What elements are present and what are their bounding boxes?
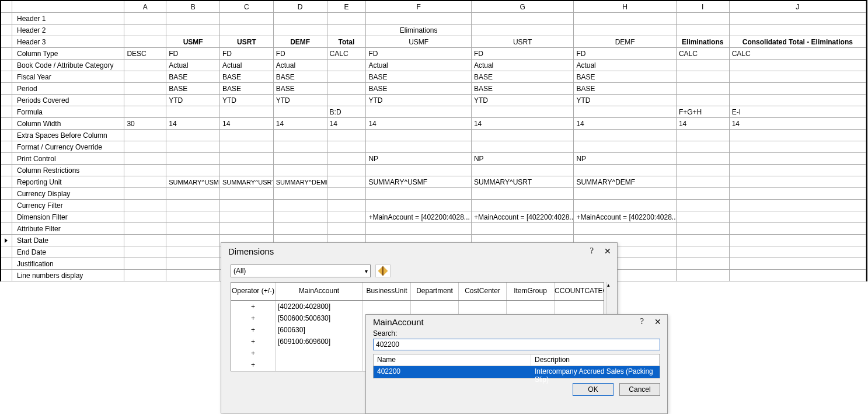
cell[interactable]: YTD	[220, 95, 274, 106]
cell[interactable]	[574, 200, 677, 211]
cell[interactable]: BASE	[472, 83, 574, 94]
cell[interactable]	[327, 165, 367, 176]
cell[interactable]	[677, 83, 730, 94]
cell[interactable]	[327, 71, 367, 82]
cell[interactable]	[166, 25, 220, 36]
row-header2[interactable]: Header 2 Eliminations	[1, 25, 866, 36]
cell[interactable]	[327, 13, 367, 24]
cell[interactable]	[366, 13, 472, 24]
cell[interactable]	[274, 165, 327, 176]
cell[interactable]	[166, 246, 220, 258]
cell[interactable]: 14	[327, 118, 367, 129]
cell[interactable]: NP	[574, 153, 677, 164]
cell[interactable]	[166, 211, 220, 222]
cell[interactable]	[677, 176, 730, 187]
cell[interactable]: Actual	[574, 60, 677, 71]
cell[interactable]: E-I	[730, 106, 866, 117]
cell[interactable]	[124, 95, 166, 106]
col-description[interactable]: Description	[531, 354, 660, 366]
cell[interactable]	[124, 130, 166, 141]
cell[interactable]	[124, 211, 166, 222]
cell[interactable]	[677, 223, 730, 234]
cell[interactable]	[730, 200, 866, 211]
cell[interactable]	[677, 130, 730, 141]
cell[interactable]	[220, 165, 274, 176]
cell[interactable]: SUMMARY^USMF	[366, 176, 472, 187]
cell[interactable]	[274, 200, 327, 211]
col-header-d[interactable]: D	[274, 1, 327, 12]
cell-ma[interactable]	[276, 359, 363, 371]
cell-ma[interactable]: [609100:609600]	[276, 336, 363, 347]
cell[interactable]	[124, 165, 166, 176]
col-itemgroup[interactable]: ItemGroup	[507, 283, 555, 300]
cell[interactable]	[124, 270, 166, 281]
cell[interactable]: BASE	[574, 71, 677, 82]
cell[interactable]: BASE	[274, 83, 327, 94]
cell[interactable]: BASE	[274, 71, 327, 82]
cell[interactable]	[411, 301, 459, 312]
cell[interactable]	[274, 130, 327, 141]
col-header-f[interactable]: F	[366, 1, 472, 12]
cell[interactable]	[730, 188, 866, 199]
cell[interactable]	[327, 83, 367, 94]
cell[interactable]: YTD	[166, 95, 220, 106]
cell[interactable]	[730, 60, 866, 71]
cell[interactable]	[166, 141, 220, 152]
cell[interactable]: F+G+H	[677, 106, 730, 117]
cell[interactable]	[327, 141, 367, 152]
cell-op[interactable]: +	[231, 347, 276, 359]
cell[interactable]	[730, 141, 866, 152]
col-header-a[interactable]: A	[124, 1, 166, 12]
cell[interactable]	[366, 165, 472, 176]
cell[interactable]: DEMF	[274, 36, 327, 47]
cell[interactable]	[472, 13, 574, 24]
row-header3[interactable]: Header 3 USMF USRT DEMF Total USMF USRT …	[1, 36, 866, 48]
cell[interactable]	[327, 200, 367, 211]
col-header-c[interactable]: C	[220, 1, 274, 12]
search-input[interactable]	[373, 339, 660, 350]
cell[interactable]: 14	[574, 118, 677, 129]
cell[interactable]: 14	[366, 118, 472, 129]
cell[interactable]	[220, 106, 274, 117]
cell[interactable]	[124, 235, 166, 246]
cell-ma[interactable]: [600630]	[276, 324, 363, 336]
col-header-e[interactable]: E	[327, 1, 367, 12]
cell[interactable]: 30	[124, 118, 166, 129]
cell[interactable]	[472, 141, 574, 152]
cell[interactable]	[327, 223, 367, 234]
cell[interactable]: Actual	[366, 60, 472, 71]
cell[interactable]: NP	[366, 153, 472, 164]
cell[interactable]: DESC	[124, 48, 166, 59]
cell[interactable]	[472, 25, 574, 36]
cell[interactable]	[574, 13, 677, 24]
cell[interactable]	[327, 25, 367, 36]
cell-op[interactable]: +	[231, 312, 276, 324]
cell[interactable]	[574, 188, 677, 199]
col-name[interactable]: Name	[374, 354, 531, 366]
cell[interactable]	[166, 258, 220, 269]
cell[interactable]	[677, 95, 730, 106]
col-operator[interactable]: Operator (+/-)	[231, 283, 276, 300]
cell[interactable]	[574, 223, 677, 234]
cell[interactable]	[124, 25, 166, 36]
cell[interactable]	[166, 235, 220, 246]
scroll-up-icon[interactable]: ▴	[607, 282, 610, 288]
cell[interactable]	[677, 188, 730, 199]
cell[interactable]: YTD	[472, 95, 574, 106]
col-accountcategory[interactable]: ACCOUNTCATEG	[555, 283, 604, 300]
cell[interactable]: FD	[166, 48, 220, 59]
cell[interactable]	[327, 95, 367, 106]
cell[interactable]	[166, 188, 220, 199]
cell[interactable]: Eliminations	[366, 25, 472, 36]
cell[interactable]	[574, 165, 677, 176]
col-costcenter[interactable]: CostCenter	[459, 283, 507, 300]
cell[interactable]	[677, 13, 730, 24]
cell[interactable]	[124, 153, 166, 164]
row-fiscal-year[interactable]: Fiscal Year BASE BASE BASE BASE BASE BAS…	[1, 71, 866, 83]
cell[interactable]: FD	[472, 48, 574, 59]
cell[interactable]	[366, 223, 472, 234]
row-periods-covered[interactable]: Periods Covered YTD YTD YTD YTD YTD YTD	[1, 95, 866, 106]
cell[interactable]	[459, 301, 507, 312]
cell[interactable]	[730, 153, 866, 164]
cell[interactable]	[677, 211, 730, 222]
